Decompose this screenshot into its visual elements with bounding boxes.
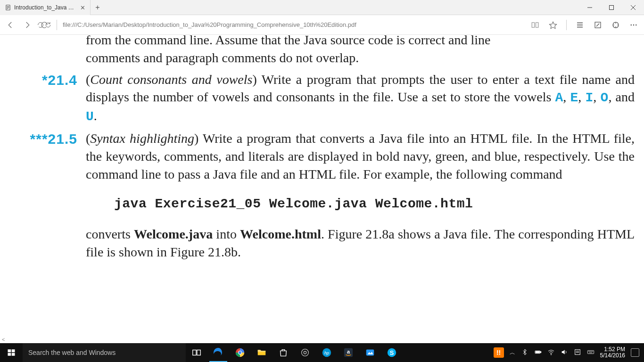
start-button[interactable] [0, 343, 23, 362]
action-center-icon[interactable] [631, 348, 639, 357]
back-button[interactable] [3, 17, 18, 33]
tray-volume-icon[interactable] [561, 348, 568, 357]
svg-point-29 [302, 349, 309, 356]
window-close-button[interactable] [622, 0, 644, 15]
tray-battery-icon[interactable] [534, 348, 542, 357]
skype-icon[interactable]: S [381, 343, 403, 362]
svg-rect-35 [366, 350, 374, 356]
svg-rect-22 [197, 350, 200, 355]
exercise-body: (Syntax highlighting) Write a program th… [86, 130, 635, 261]
tray-keyboard-icon[interactable] [587, 348, 594, 357]
vowel-letter: O [601, 90, 609, 105]
svg-text:a: a [347, 349, 350, 354]
svg-point-48 [588, 351, 589, 352]
taskbar-search[interactable]: Search the web and Windows [23, 343, 186, 362]
svg-point-42 [551, 354, 551, 354]
browser-navbar: file:///C:/Users/Marian/Desktop/Introduc… [0, 15, 644, 35]
vowel-letter: E [570, 90, 578, 105]
reading-view-icon[interactable] [528, 17, 543, 33]
amazon-icon[interactable]: a [338, 343, 359, 362]
svg-point-14 [631, 24, 632, 25]
svg-rect-41 [536, 351, 539, 353]
webnote-icon[interactable] [590, 17, 605, 33]
exercise-title: Syntax highlighting [90, 131, 194, 146]
svg-rect-19 [8, 353, 11, 356]
text: . [94, 108, 97, 123]
svg-rect-17 [8, 349, 11, 352]
taskbar-apps: hp a S [186, 343, 403, 362]
exercise-body: (Count consonants and vowels) Write a pr… [86, 71, 635, 126]
filename: Welcome.html [240, 227, 321, 241]
hp-icon[interactable]: hp [316, 343, 338, 362]
edge-icon[interactable] [207, 343, 229, 362]
photos-icon[interactable] [359, 343, 381, 362]
vowel-letter: A [555, 90, 563, 105]
svg-rect-21 [193, 350, 196, 355]
window-controls [579, 0, 644, 15]
hub-icon[interactable] [572, 17, 587, 33]
svg-point-15 [633, 24, 634, 25]
pdf-viewport[interactable]: from the command line. Assume that the J… [0, 35, 644, 343]
separator [57, 20, 57, 30]
vowel-letter: I [586, 90, 594, 105]
tray-date: 5/14/2016 [600, 353, 625, 359]
tab-close-icon[interactable]: ✕ [80, 4, 85, 11]
refresh-button[interactable] [37, 17, 52, 33]
forward-button[interactable] [20, 17, 35, 33]
exercise-number: ***21.5 [3, 130, 86, 149]
scroll-left-caret-icon[interactable]: < [0, 337, 5, 342]
tray-clock[interactable]: 1:52 PM 5/14/2016 [600, 346, 625, 359]
file-explorer-icon[interactable] [251, 343, 272, 362]
windows-taskbar: Search the web and Windows hp a S !! ︿ 1… [0, 343, 644, 362]
browser-tab[interactable]: Introduction_to_Java Prc ✕ [0, 0, 91, 15]
toolbar-right [528, 17, 641, 33]
svg-point-51 [591, 351, 592, 352]
browser-titlebar: Introduction_to_Java Prc ✕ + [0, 0, 644, 15]
chrome-icon[interactable] [229, 343, 251, 362]
text: , [578, 90, 585, 104]
svg-rect-43 [575, 349, 580, 354]
text: into [213, 227, 240, 241]
code-command: java Exercise21_05 Welcome.java Welcome.… [114, 195, 635, 213]
tray-notes-icon[interactable] [574, 348, 581, 357]
svg-rect-46 [587, 350, 594, 354]
vowel-letter: U [86, 109, 94, 124]
text: , [593, 90, 600, 104]
svg-rect-5 [610, 5, 614, 9]
svg-point-49 [589, 351, 590, 352]
horizontal-scrollbar[interactable]: < [0, 336, 644, 343]
tray-alert-badge[interactable]: !! [494, 347, 504, 358]
window-minimize-button[interactable] [579, 0, 601, 15]
store-icon[interactable] [272, 343, 294, 362]
tab-title: Introduction_to_Java Prc [14, 4, 75, 11]
text: , and [608, 90, 635, 104]
address-bar[interactable]: file:///C:/Users/Marian/Desktop/Introduc… [62, 19, 522, 30]
filename: Welcome.java [134, 227, 213, 241]
paragraph-continuation: from the command line. Assume that the J… [86, 35, 635, 67]
favorite-star-icon[interactable] [545, 17, 561, 33]
exercise-title: Count consonants and vowels [90, 72, 252, 87]
text: converts [86, 227, 134, 241]
svg-point-30 [304, 351, 306, 354]
svg-rect-18 [12, 349, 15, 352]
more-icon[interactable] [626, 17, 641, 33]
svg-text:S: S [390, 349, 394, 356]
text: comments and paragraph comments do not o… [86, 50, 359, 65]
new-tab-button[interactable]: + [91, 0, 105, 15]
exercise-number: *21.4 [3, 71, 86, 90]
text: from the command line. Assume that the J… [86, 35, 490, 47]
text: , [563, 90, 570, 104]
window-maximize-button[interactable] [601, 0, 622, 15]
svg-text:hp: hp [324, 351, 329, 355]
search-placeholder: Search the web and Windows [28, 349, 116, 356]
tray-wifi-icon[interactable] [547, 348, 555, 357]
tray-bluetooth-icon[interactable] [521, 348, 528, 357]
svg-point-50 [590, 351, 591, 352]
task-view-icon[interactable] [186, 343, 207, 362]
svg-point-28 [239, 351, 241, 354]
tray-overflow-icon[interactable]: ︿ [510, 349, 515, 357]
share-icon[interactable] [608, 17, 623, 33]
document-icon [5, 4, 11, 11]
app-icon-disc[interactable] [294, 343, 316, 362]
svg-point-52 [592, 351, 593, 352]
